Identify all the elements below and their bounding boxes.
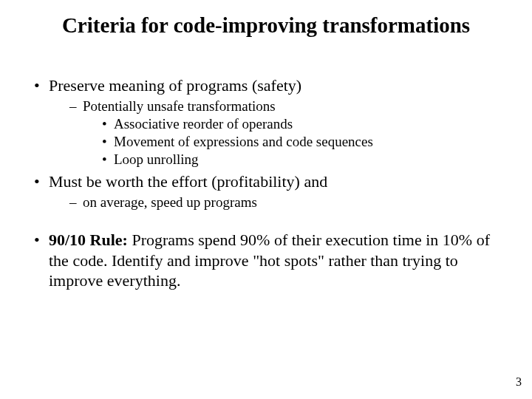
slide-title: Criteria for code-improving transformati… — [27, 13, 505, 38]
bullet-unsafe-transforms: Potentially unsafe transformations Assoc… — [66, 98, 505, 168]
bullet-loop-unrolling: Loop unrolling — [99, 151, 505, 168]
bullet-associative-reorder: Associative reorder of operands — [99, 116, 505, 132]
bullet-text: Potentially unsafe transformations — [83, 98, 276, 114]
bullet-text: Movement of expressions and code sequenc… — [114, 134, 373, 149]
page-number: 3 — [516, 375, 522, 389]
sublist: Associative reorder of operands Movement… — [83, 116, 505, 168]
bullet-text: on average, speed up programs — [83, 194, 257, 210]
sublist: Potentially unsafe transformations Assoc… — [49, 98, 505, 168]
bullet-text: Must be worth the effort (profitability)… — [49, 172, 327, 191]
bullet-9010-rule: 90/10 Rule: Programs spend 90% of their … — [31, 230, 505, 291]
bullet-text: Associative reorder of operands — [114, 116, 293, 132]
spacer — [27, 215, 505, 230]
sublist: on average, speed up programs — [49, 194, 505, 211]
bullet-worth-effort: Must be worth the effort (profitability)… — [31, 172, 505, 211]
bullet-on-average: on average, speed up programs — [66, 194, 505, 211]
bullet-list: Preserve meaning of programs (safety) Po… — [27, 76, 505, 211]
bullet-movement: Movement of expressions and code sequenc… — [99, 134, 505, 150]
bullet-bold-lead: 90/10 Rule: — [49, 231, 128, 249]
bullet-list: 90/10 Rule: Programs spend 90% of their … — [27, 230, 505, 291]
bullet-preserve-meaning: Preserve meaning of programs (safety) Po… — [31, 76, 505, 168]
bullet-text: Loop unrolling — [114, 151, 199, 167]
bullet-text: Preserve meaning of programs (safety) — [49, 76, 301, 95]
slide: Criteria for code-improving transformati… — [0, 0, 532, 399]
